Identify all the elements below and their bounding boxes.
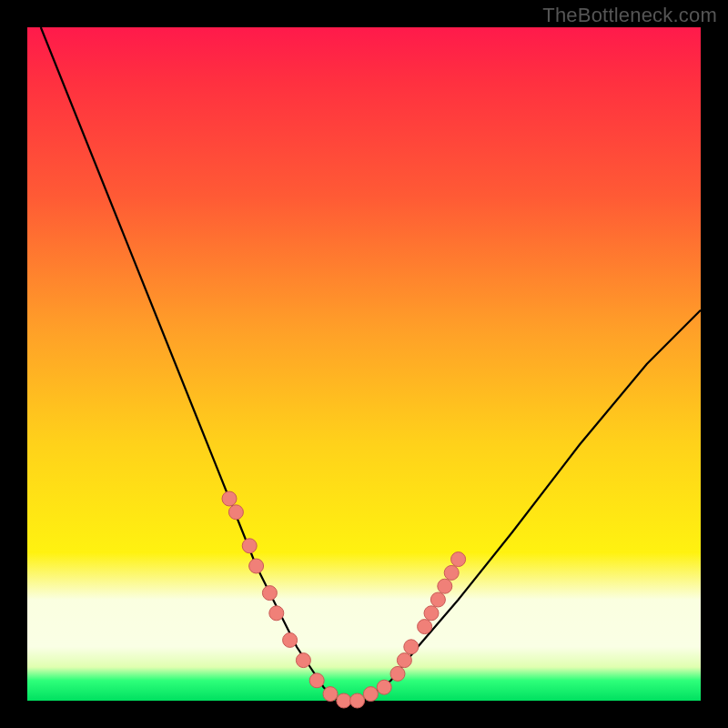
curve-marker <box>309 673 324 688</box>
curve-marker <box>323 687 338 702</box>
marker-group <box>222 491 466 708</box>
watermark-text: TheBottleneck.com <box>542 4 717 27</box>
curve-marker <box>296 653 310 668</box>
curve-marker <box>222 491 237 506</box>
curve-layer <box>27 27 701 701</box>
curve-marker <box>430 592 445 607</box>
curve-marker <box>397 653 411 668</box>
curve-marker <box>444 565 459 580</box>
curve-marker <box>438 579 452 593</box>
curve-marker <box>249 559 264 573</box>
curve-marker <box>418 620 432 634</box>
curve-marker <box>228 505 243 520</box>
curve-marker <box>424 606 439 621</box>
curve-marker <box>377 680 391 694</box>
curve-marker <box>269 606 284 621</box>
chart-frame: TheBottleneck.com <box>0 0 728 728</box>
bottleneck-curve <box>41 27 701 701</box>
curve-marker <box>390 666 405 681</box>
curve-marker <box>451 552 466 567</box>
curve-marker <box>283 632 298 647</box>
curve-marker <box>363 687 378 702</box>
curve-marker <box>350 693 365 708</box>
plot-area <box>27 27 701 701</box>
curve-marker <box>404 640 419 654</box>
curve-marker <box>262 586 277 601</box>
curve-marker <box>337 693 351 708</box>
curve-marker <box>242 539 257 553</box>
